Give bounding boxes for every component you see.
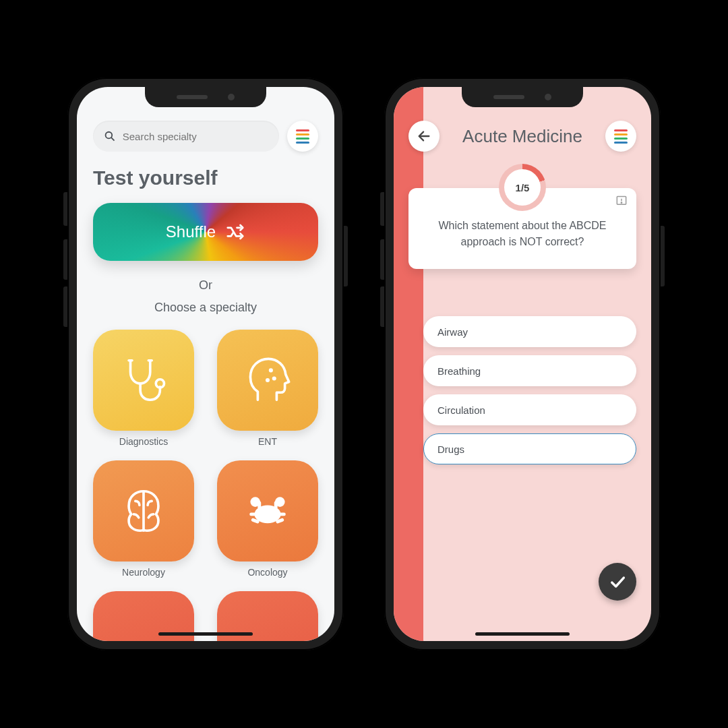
shuffle-button[interactable]: Shuffle (93, 203, 318, 261)
svg-rect-10 (257, 501, 261, 509)
submit-button[interactable] (599, 563, 636, 601)
phone-notch (462, 87, 583, 107)
menu-line-icon (296, 133, 309, 135)
tile-label: Oncology (247, 567, 287, 578)
top-bar (93, 121, 318, 152)
screen-home: Test yourself Shuffle Or Choose a specia… (77, 87, 334, 641)
arrow-left-icon (417, 129, 431, 144)
menu-button[interactable] (287, 121, 318, 152)
answer-option[interactable]: Breathing (423, 355, 636, 386)
home-indicator (158, 632, 253, 636)
search-icon (104, 129, 116, 143)
choose-specialty-label: Choose a specialty (93, 301, 318, 315)
specialty-tile-diagnostics[interactable]: Diagnostics (93, 330, 194, 447)
menu-line-icon (296, 142, 309, 144)
svg-point-5 (266, 378, 270, 382)
crab-icon (241, 485, 294, 537)
menu-line-icon (296, 138, 309, 140)
phone-mockup-home: Test yourself Shuffle Or Choose a specia… (67, 78, 344, 650)
svg-line-1 (111, 138, 114, 140)
phone-mockup-quiz: Acute Medicine 1/5 Which statement about… (384, 78, 661, 650)
tile-label: ENT (258, 436, 277, 447)
specialty-grid: Diagnostics ENT (93, 330, 318, 641)
page-title: Test yourself (93, 166, 318, 189)
search-input[interactable] (123, 131, 268, 142)
menu-line-icon (614, 142, 628, 144)
back-button[interactable] (408, 121, 439, 152)
menu-button[interactable] (605, 121, 636, 152)
svg-rect-13 (278, 512, 286, 516)
check-icon (608, 572, 627, 591)
answer-list: Airway Breathing Circulation Drugs (408, 316, 636, 464)
menu-line-icon (296, 129, 309, 131)
svg-point-0 (106, 132, 113, 139)
answer-option[interactable]: Drugs (423, 433, 636, 464)
shuffle-icon (225, 222, 245, 242)
tile-label: Diagnostics (119, 436, 168, 447)
svg-rect-11 (274, 501, 278, 509)
brain-icon (117, 485, 170, 537)
progress-label: 1/5 (504, 169, 541, 206)
top-bar: Acute Medicine (408, 121, 636, 152)
answer-option[interactable]: Circulation (423, 394, 636, 425)
phone-notch (145, 87, 266, 107)
home-indicator (475, 632, 570, 636)
stethoscope-icon (117, 354, 170, 406)
question-text: Which statement about the ABCDE approach… (438, 220, 606, 247)
specialty-tile-ent[interactable]: ENT (217, 330, 318, 447)
head-profile-icon (241, 354, 294, 406)
answer-option[interactable]: Airway (423, 316, 636, 347)
search-bar[interactable] (93, 121, 279, 152)
category-title: Acute Medicine (462, 126, 582, 147)
shuffle-label: Shuffle (166, 222, 216, 241)
svg-point-2 (156, 380, 164, 388)
specialty-tile-oncology[interactable]: Oncology (217, 460, 318, 578)
progress-ring: 1/5 (408, 164, 636, 211)
tile-label: Neurology (122, 567, 165, 578)
menu-line-icon (614, 138, 628, 140)
svg-rect-12 (249, 512, 257, 516)
svg-point-3 (269, 368, 273, 372)
svg-point-4 (272, 377, 276, 381)
specialty-tile-neurology[interactable]: Neurology (93, 460, 194, 578)
menu-line-icon (614, 129, 628, 131)
screen-quiz: Acute Medicine 1/5 Which statement about… (394, 87, 651, 641)
divider-or: Or (188, 278, 223, 293)
menu-line-icon (614, 133, 628, 135)
